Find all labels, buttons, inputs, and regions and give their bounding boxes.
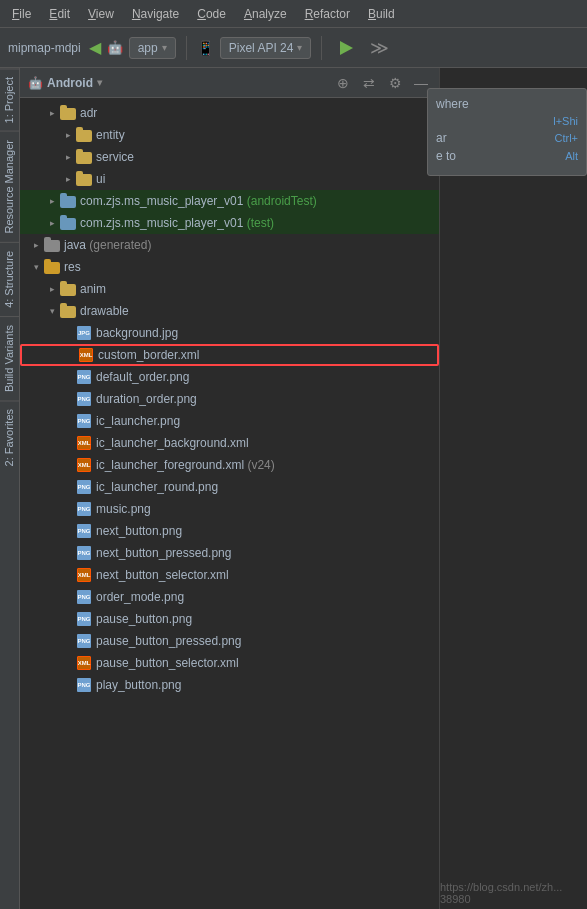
build-variants-tab[interactable]: Build Variants — [0, 316, 19, 400]
toggle-arrow-icon[interactable] — [60, 127, 76, 143]
menu-edit[interactable]: Edit — [41, 5, 78, 23]
pkg-folder-icon — [60, 193, 76, 209]
folder-icon — [60, 303, 76, 319]
list-item[interactable]: anim — [20, 278, 439, 300]
toggle-arrow-icon[interactable] — [44, 105, 60, 121]
android-icon: 🤖 — [107, 40, 123, 55]
list-item[interactable]: PNG order_mode.png — [20, 586, 439, 608]
watermark: https://blog.csdn.net/zh... 38980 — [440, 881, 583, 905]
app-label: app — [138, 41, 158, 55]
right-panel: where l+Shi ar Ctrl+ e to Alt https://bl… — [440, 68, 587, 909]
menu-analyze[interactable]: Analyze — [236, 5, 295, 23]
play-triangle-icon — [340, 41, 353, 55]
item-label: next_button_pressed.png — [96, 546, 231, 560]
device-icon: 📱 — [197, 40, 214, 56]
item-label: java — [64, 238, 86, 252]
toggle-arrow-icon[interactable] — [44, 281, 60, 297]
run-button[interactable] — [332, 34, 360, 62]
png-file-icon: PNG — [76, 369, 92, 385]
toggle-arrow-icon[interactable] — [44, 303, 60, 319]
menu-view[interactable]: View — [80, 5, 122, 23]
toggle-arrow-icon — [60, 501, 76, 517]
list-item[interactable]: JPG background.jpg — [20, 322, 439, 344]
list-item[interactable]: com.zjs.ms_music_player_v01 (test) — [20, 212, 439, 234]
left-tabs: 1: Project Resource Manager 4: Structure… — [0, 68, 20, 909]
popup-text-1: where — [436, 97, 469, 111]
list-item[interactable]: adr — [20, 102, 439, 124]
list-item[interactable]: XML custom_border.xml — [20, 344, 439, 366]
xml-special-file-icon: XML — [76, 457, 92, 473]
xml-special-file-icon: XML — [78, 347, 94, 363]
popup-text-3: ar — [436, 131, 447, 145]
item-label: ic_launcher_round.png — [96, 480, 218, 494]
toggle-arrow-icon[interactable] — [44, 193, 60, 209]
popup-line-4: e to Alt — [436, 149, 578, 163]
popup-shortcut-2: l+Shi — [553, 115, 578, 127]
toggle-arrow-icon[interactable] — [60, 149, 76, 165]
item-label: service — [96, 150, 134, 164]
list-item[interactable]: PNG pause_button_pressed.png — [20, 630, 439, 652]
item-label: com.zjs.ms_music_player_v01 — [80, 216, 243, 230]
folder-icon — [76, 171, 92, 187]
menu-navigate[interactable]: Navigate — [124, 5, 187, 23]
item-label: order_mode.png — [96, 590, 184, 604]
resource-manager-tab[interactable]: Resource Manager — [0, 131, 19, 242]
list-item[interactable]: XML ic_launcher_foreground.xml (v24) — [20, 454, 439, 476]
structure-tab[interactable]: 4: Structure — [0, 242, 19, 316]
list-item[interactable]: PNG ic_launcher.png — [20, 410, 439, 432]
popup-line-2: l+Shi — [436, 115, 578, 127]
folder-icon — [76, 149, 92, 165]
more-icon[interactable]: ≫ — [370, 37, 389, 59]
panel-title-arrow-icon[interactable]: ▾ — [97, 77, 102, 88]
item-label: ic_launcher_background.xml — [96, 436, 249, 450]
list-item[interactable]: XML ic_launcher_background.xml — [20, 432, 439, 454]
toggle-arrow-icon — [60, 523, 76, 539]
folder-icon — [60, 281, 76, 297]
list-item[interactable]: service — [20, 146, 439, 168]
list-item[interactable]: drawable — [20, 300, 439, 322]
arrow-left-icon[interactable]: ◀ — [89, 38, 101, 57]
menu-code[interactable]: Code — [189, 5, 234, 23]
list-item[interactable]: PNG duration_order.png — [20, 388, 439, 410]
toggle-arrow-icon — [60, 457, 76, 473]
panel-plus-btn[interactable]: ⊕ — [333, 73, 353, 93]
panel-gear-btn[interactable]: ⚙ — [385, 73, 405, 93]
list-item[interactable]: java (generated) — [20, 234, 439, 256]
list-item[interactable]: PNG next_button_pressed.png — [20, 542, 439, 564]
menu-build[interactable]: Build — [360, 5, 403, 23]
list-item[interactable]: res — [20, 256, 439, 278]
item-label: res — [64, 260, 81, 274]
toggle-arrow-icon[interactable] — [28, 237, 44, 253]
list-item[interactable]: PNG ic_launcher_round.png — [20, 476, 439, 498]
list-item[interactable]: com.zjs.ms_music_player_v01 (androidTest… — [20, 190, 439, 212]
item-label-secondary: (generated) — [86, 238, 151, 252]
device-dropdown[interactable]: Pixel API 24 ▾ — [220, 37, 312, 59]
list-item[interactable]: entity — [20, 124, 439, 146]
toggle-arrow-icon[interactable] — [44, 215, 60, 231]
app-dropdown[interactable]: app ▾ — [129, 37, 176, 59]
list-item[interactable]: XML pause_button_selector.xml — [20, 652, 439, 674]
menu-file[interactable]: File — [4, 5, 39, 23]
item-label: drawable — [80, 304, 129, 318]
list-item[interactable]: PNG music.png — [20, 498, 439, 520]
panel-sync-btn[interactable]: ⇄ — [359, 73, 379, 93]
list-item[interactable]: PNG play_button.png — [20, 674, 439, 696]
toggle-arrow-icon — [60, 391, 76, 407]
list-item[interactable]: PNG default_order.png — [20, 366, 439, 388]
xml-special-file-icon: XML — [76, 435, 92, 451]
toggle-arrow-icon — [60, 479, 76, 495]
item-label: custom_border.xml — [98, 348, 199, 362]
toggle-arrow-icon[interactable] — [60, 171, 76, 187]
list-item[interactable]: XML next_button_selector.xml — [20, 564, 439, 586]
menu-refactor[interactable]: Refactor — [297, 5, 358, 23]
favorites-tab[interactable]: 2: Favorites — [0, 400, 19, 474]
project-tab[interactable]: 1: Project — [0, 68, 19, 131]
toggle-arrow-icon[interactable] — [28, 259, 44, 275]
list-item[interactable]: PNG next_button.png — [20, 520, 439, 542]
list-item[interactable]: ui — [20, 168, 439, 190]
png-file-icon: PNG — [76, 479, 92, 495]
list-item[interactable]: PNG pause_button.png — [20, 608, 439, 630]
item-label: pause_button_selector.xml — [96, 656, 239, 670]
png-file-icon: PNG — [76, 413, 92, 429]
item-label: pause_button.png — [96, 612, 192, 626]
